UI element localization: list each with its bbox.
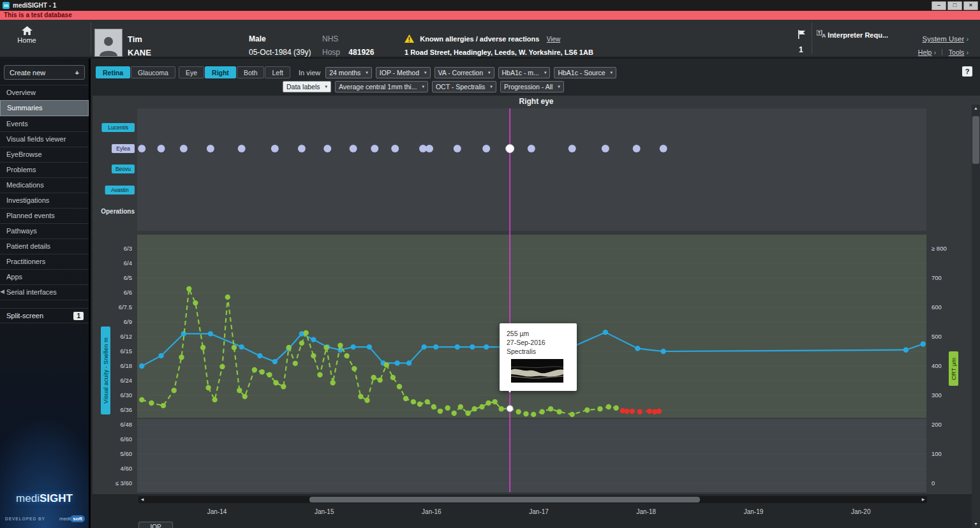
scroll-down-icon[interactable]: ▼ <box>972 520 980 528</box>
series-point-crt-flagged[interactable] <box>630 409 635 414</box>
series-point-visual-acuity[interactable] <box>433 344 438 349</box>
eylea-injection-dot[interactable] <box>158 145 165 152</box>
eylea-injection-dot[interactable] <box>633 145 641 152</box>
series-point-crt[interactable] <box>252 367 257 372</box>
system-user-link[interactable]: System User <box>922 35 964 43</box>
series-point-visual-acuity[interactable] <box>455 344 460 349</box>
series-point-visual-acuity[interactable] <box>239 344 244 349</box>
series-point-crt[interactable] <box>597 406 602 411</box>
series-point-visual-acuity[interactable] <box>272 359 278 364</box>
eylea-injection-dot[interactable] <box>660 145 667 152</box>
eylea-injection-dot[interactable] <box>180 145 188 152</box>
allergies-view-link[interactable]: View <box>547 36 561 43</box>
eylea-injection-dot[interactable] <box>454 145 461 152</box>
tools-link[interactable]: Tools <box>949 48 965 56</box>
series-point-crt[interactable] <box>458 404 463 409</box>
series-point-crt[interactable] <box>259 369 264 374</box>
eye-button-right[interactable]: Right <box>205 66 236 78</box>
eylea-injection-dot[interactable] <box>568 145 576 152</box>
series-point-crt[interactable] <box>606 404 611 409</box>
series-point-crt[interactable] <box>570 412 575 417</box>
sidebar-item-investigations[interactable]: Investigations <box>0 193 89 208</box>
help-link[interactable]: Help <box>918 48 932 56</box>
series-point-crt[interactable] <box>431 404 436 409</box>
select-data-labels[interactable]: Data labels▾ <box>283 81 331 92</box>
select-oct-spectralis[interactable]: OCT - Spectralis▾ <box>432 81 496 92</box>
summary-chart[interactable]: LucentisEyleaBeovuAvastinOperations6/36/… <box>93 107 980 528</box>
series-point-crt[interactable] <box>556 409 561 414</box>
series-point-crt[interactable] <box>273 380 278 385</box>
series-point-crt[interactable] <box>242 394 248 399</box>
sidebar-item-serial-interfaces[interactable]: Serial interfaces <box>0 284 89 300</box>
series-point-visual-acuity[interactable] <box>470 344 475 349</box>
series-point-crt[interactable] <box>452 411 457 416</box>
series-point-crt[interactable] <box>303 330 308 335</box>
series-point-crt[interactable] <box>286 345 291 350</box>
sidebar-item-practitioners[interactable]: Practitioners <box>0 254 89 269</box>
series-point-crt[interactable] <box>344 353 349 358</box>
select-hba1c-source[interactable]: HbA1c - Source▾ <box>554 67 616 78</box>
select-average-central-1mm-thi[interactable]: Average central 1mm thi...▾ <box>335 81 428 92</box>
series-point-crt-flagged[interactable] <box>637 409 642 414</box>
series-point-crt[interactable] <box>411 399 416 404</box>
series-point-crt[interactable] <box>299 341 304 346</box>
sidebar-item-pathways[interactable]: Pathways <box>0 223 89 238</box>
eylea-injection-dot[interactable] <box>298 145 306 152</box>
tab-glaucoma[interactable]: Glaucoma <box>131 66 175 78</box>
series-point-crt[interactable] <box>397 384 402 389</box>
sidebar-item-medications[interactable]: Medications <box>0 177 89 193</box>
series-point-crt[interactable] <box>390 375 396 380</box>
series-point-visual-acuity[interactable] <box>208 331 213 336</box>
series-point-visual-acuity[interactable] <box>903 348 909 353</box>
series-point-crt[interactable] <box>267 372 272 378</box>
series-point-crt[interactable] <box>200 345 205 350</box>
selected-eylea-injection-dot[interactable] <box>506 145 514 153</box>
tab-iop[interactable]: IOP <box>138 522 173 528</box>
eye-button-eye[interactable]: Eye <box>179 66 204 78</box>
series-point-crt[interactable] <box>403 396 408 401</box>
series-point-visual-acuity[interactable] <box>139 363 144 369</box>
home-button[interactable]: Home <box>10 26 43 44</box>
series-point-crt[interactable] <box>232 345 237 350</box>
series-point-crt[interactable] <box>371 375 376 380</box>
series-point-crt[interactable] <box>445 406 450 411</box>
select-iop-method[interactable]: IOP - Method▾ <box>376 67 431 78</box>
select-hba1c-m[interactable]: HbA1c - m...▾ <box>498 67 551 78</box>
series-point-crt[interactable] <box>311 353 316 358</box>
series-point-crt[interactable] <box>193 300 198 305</box>
series-point-crt[interactable] <box>237 388 242 393</box>
series-point-crt[interactable] <box>499 406 504 411</box>
minimize-button[interactable]: – <box>932 1 946 10</box>
series-point-visual-acuity[interactable] <box>367 344 372 349</box>
series-point-visual-acuity[interactable] <box>406 360 412 365</box>
series-point-crt[interactable] <box>172 388 177 393</box>
sidebar-item-split-screen[interactable]: Split-screen 1 <box>0 308 89 323</box>
series-point-crt-flagged[interactable] <box>624 409 629 414</box>
eylea-injection-dot[interactable] <box>426 145 433 152</box>
sidebar-item-apps[interactable]: Apps <box>0 269 89 284</box>
series-point-crt[interactable] <box>179 355 184 360</box>
series-point-crt[interactable] <box>539 409 544 414</box>
series-point-visual-acuity[interactable] <box>394 360 399 365</box>
series-point-crt[interactable] <box>205 385 211 390</box>
patient-photo[interactable] <box>94 29 122 57</box>
series-point-crt[interactable] <box>523 411 528 416</box>
eylea-injection-dot[interactable] <box>238 145 246 152</box>
series-point-visual-acuity[interactable] <box>257 353 262 358</box>
series-point-crt[interactable] <box>352 366 357 371</box>
series-point-crt[interactable] <box>323 345 329 350</box>
series-point-crt[interactable] <box>479 404 484 409</box>
eylea-injection-dot[interactable] <box>528 145 535 152</box>
select-24-months[interactable]: 24 months▾ <box>325 67 372 78</box>
series-point-crt[interactable] <box>465 411 470 416</box>
eylea-injection-dot[interactable] <box>207 145 214 152</box>
series-point-visual-acuity[interactable] <box>350 344 355 349</box>
horizontal-scrollbar-thumb[interactable] <box>309 497 700 502</box>
series-point-crt[interactable] <box>149 400 154 406</box>
series-point-crt[interactable] <box>486 400 491 406</box>
series-point-visual-acuity[interactable] <box>635 346 640 351</box>
help-button[interactable]: ? <box>962 66 972 77</box>
selected-crt-point[interactable] <box>507 406 513 412</box>
series-point-crt[interactable] <box>584 407 590 413</box>
eylea-injection-dot[interactable] <box>350 145 357 152</box>
